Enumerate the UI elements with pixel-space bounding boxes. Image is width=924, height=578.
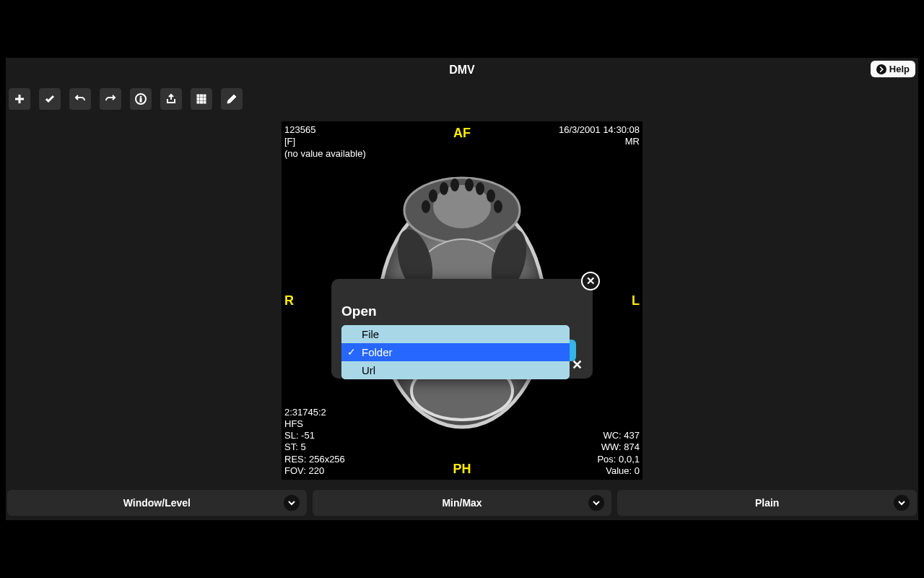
source-dropdown: File Folder Url [341, 325, 570, 379]
dialog-backdrop: ✕ Open File Folder Url Scegli file 20 fi… [6, 58, 918, 520]
dropdown-item-file[interactable]: File [341, 325, 570, 343]
open-dialog: ✕ Open File Folder Url Scegli file 20 fi… [331, 279, 593, 379]
dialog-close-button[interactable]: ✕ [581, 272, 600, 290]
dialog-title: Open [341, 303, 583, 319]
dropdown-item-url[interactable]: Url [341, 361, 570, 379]
close-icon: ✕ [586, 275, 596, 288]
app-frame: DMV Help [6, 58, 918, 520]
file-clear-button[interactable]: ✕ [572, 357, 583, 373]
dropdown-item-folder[interactable]: Folder [341, 343, 570, 361]
close-icon: ✕ [572, 358, 583, 372]
